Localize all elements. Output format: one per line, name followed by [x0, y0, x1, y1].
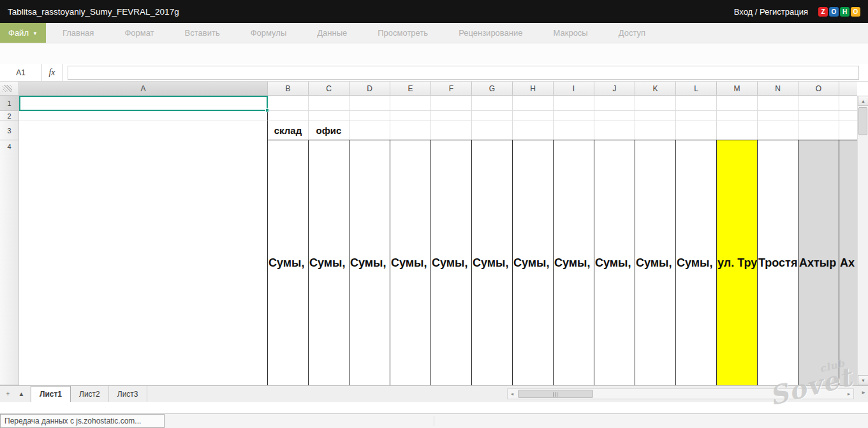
titlebar: Tablitsa_rasstoyaniy_Sumy_FEVRAL_2017g В… — [0, 0, 868, 23]
cell-c3[interactable]: офис — [309, 121, 349, 140]
vertical-scroll-thumb[interactable] — [858, 107, 867, 135]
cell-a1-selected[interactable] — [19, 96, 268, 111]
column-header-g[interactable]: G — [472, 82, 513, 96]
cell-d4[interactable]: Сумы, — [349, 140, 390, 385]
fill-handle[interactable] — [265, 108, 269, 112]
cell-i4[interactable]: Сумы, — [554, 140, 594, 385]
spreadsheet-grid: A B C D E F G H I J K L M N O 1 2 3 4 — [0, 82, 857, 385]
formula-bar: A1 fx — [0, 64, 868, 82]
zoho-logo[interactable]: Z O H O — [818, 7, 860, 17]
cell-l4[interactable]: Сумы, — [676, 140, 717, 385]
zoho-logo-letter: O — [851, 7, 860, 17]
cell-a2[interactable] — [19, 111, 268, 121]
empty-cells-row2[interactable] — [268, 111, 857, 121]
column-header-o[interactable]: O — [798, 82, 839, 96]
column-header-j[interactable]: J — [594, 82, 635, 96]
empty-cells-row1[interactable] — [268, 96, 857, 111]
select-all-corner[interactable] — [0, 82, 19, 96]
column-header-m[interactable]: M — [717, 82, 758, 96]
auth-link[interactable]: Вход / Регистрация — [734, 7, 808, 17]
column-header-n[interactable]: N — [758, 82, 798, 96]
column-header-f[interactable]: F — [431, 82, 472, 96]
zoho-logo-letter: O — [829, 7, 839, 17]
column-header-k[interactable]: K — [635, 82, 676, 96]
cell-e4[interactable]: Сумы, — [390, 140, 431, 385]
row-1 — [19, 96, 857, 111]
menu-item-formuly[interactable]: Формулы — [251, 28, 287, 38]
row-header-column: 1 2 3 4 — [0, 96, 19, 385]
cell-m4-yellow[interactable]: ул. Тру — [717, 140, 758, 385]
scroll-right-button[interactable]: ► — [844, 389, 853, 399]
grid-body: 1 2 3 4 — [0, 96, 857, 385]
formula-input[interactable] — [68, 66, 859, 80]
document-title: Tablitsa_rasstoyaniy_Sumy_FEVRAL_2017g — [8, 7, 179, 17]
row-3: склад офис — [19, 121, 857, 140]
horizontal-scroll-thumb[interactable] — [518, 390, 593, 398]
cell-f4[interactable]: Сумы, — [431, 140, 472, 385]
sheet-tab-list2[interactable]: Лист2 — [71, 386, 109, 402]
menu-item-recenzirovanie[interactable]: Рецензирование — [459, 28, 522, 38]
menu-item-dostup[interactable]: Доступ — [619, 28, 645, 38]
chevron-down-icon: ▼ — [33, 31, 38, 36]
sheet-tab-bar: + ▲ Лист1 Лист2 Лист3 ◄ ► ► — [0, 385, 868, 402]
cell-a4[interactable] — [19, 140, 268, 385]
sheet-tab-list3[interactable]: Лист3 — [109, 386, 147, 402]
bottom-empty-strip — [0, 402, 868, 413]
toolbar-empty-area — [0, 43, 868, 64]
column-header-d[interactable]: D — [349, 82, 390, 96]
vertical-scrollbar[interactable]: ▲ ▼ — [857, 96, 868, 385]
row-header-1[interactable]: 1 — [0, 96, 19, 111]
cell-b4[interactable]: Сумы, — [268, 140, 309, 385]
cell-h4[interactable]: Сумы, — [513, 140, 554, 385]
row-header-3[interactable]: 3 — [0, 121, 19, 140]
tab-scroll-right-arrow[interactable]: ► — [861, 390, 866, 395]
column-header-e[interactable]: E — [390, 82, 431, 96]
cell-o4-gray[interactable]: Ахтыр — [798, 140, 839, 385]
zoho-sheet-app: Tablitsa_rasstoyaniy_Sumy_FEVRAL_2017g В… — [0, 0, 868, 428]
row-header-4[interactable]: 4 — [0, 140, 19, 385]
column-header-partial[interactable] — [839, 82, 857, 96]
column-header-i[interactable]: I — [554, 82, 594, 96]
column-header-l[interactable]: L — [676, 82, 717, 96]
cell-c4[interactable]: Сумы, — [309, 140, 349, 385]
cell-g4[interactable]: Сумы, — [472, 140, 513, 385]
horizontal-scrollbar[interactable]: ◄ ► — [507, 388, 854, 399]
cell-rows: склад офис Сумы, Сумы, Сумы, Сумы, Сумы,… — [19, 96, 857, 385]
column-header-b[interactable]: B — [268, 82, 309, 96]
zoho-logo-letter: H — [840, 7, 850, 17]
row-4: Сумы, Сумы, Сумы, Сумы, Сумы, Сумы, Сумы… — [19, 140, 857, 385]
cell-k4[interactable]: Сумы, — [635, 140, 676, 385]
status-divider — [434, 416, 434, 426]
menu-item-prosmotret[interactable]: Просмотреть — [378, 28, 428, 38]
add-sheet-button[interactable]: + — [3, 388, 13, 400]
cell-n4[interactable]: Тростя — [758, 140, 798, 385]
zoho-logo-letter: Z — [818, 7, 828, 17]
scroll-down-button[interactable]: ▼ — [858, 375, 868, 385]
sheet-tabs: Лист1 Лист2 Лист3 — [31, 386, 147, 402]
column-header-row: A B C D E F G H I J K L M N O — [0, 82, 857, 96]
cell-p4-partial[interactable]: Ах — [839, 140, 857, 385]
menu-items: Главная Формат Вставить Формулы Данные П… — [63, 23, 645, 43]
cell-reference-box[interactable]: A1 — [0, 64, 42, 81]
column-header-c[interactable]: C — [309, 82, 349, 96]
fx-icon[interactable]: fx — [42, 64, 63, 81]
menu-item-dannye[interactable]: Данные — [317, 28, 347, 38]
collapse-tabs-button[interactable]: ▲ — [16, 388, 27, 400]
column-header-a[interactable]: A — [19, 82, 268, 96]
row-header-2[interactable]: 2 — [0, 111, 19, 121]
cell-j4[interactable]: Сумы, — [594, 140, 635, 385]
menu-item-vstavit[interactable]: Вставить — [185, 28, 220, 38]
cell-b3[interactable]: склад — [268, 121, 309, 140]
titlebar-right: Вход / Регистрация Z O H O — [734, 7, 860, 17]
scroll-up-button[interactable]: ▲ — [858, 96, 868, 106]
file-menu-button[interactable]: Файл ▼ — [0, 23, 46, 43]
sheet-tab-list1[interactable]: Лист1 — [31, 386, 71, 402]
row-2 — [19, 111, 857, 121]
empty-cells-row3[interactable] — [349, 121, 857, 140]
menu-item-glavnaya[interactable]: Главная — [63, 28, 94, 38]
cell-a3[interactable] — [19, 121, 268, 140]
menu-item-makrosy[interactable]: Макросы — [554, 28, 588, 38]
scroll-left-button[interactable]: ◄ — [508, 389, 517, 399]
menu-item-format[interactable]: Формат — [124, 28, 154, 38]
column-header-h[interactable]: H — [513, 82, 554, 96]
